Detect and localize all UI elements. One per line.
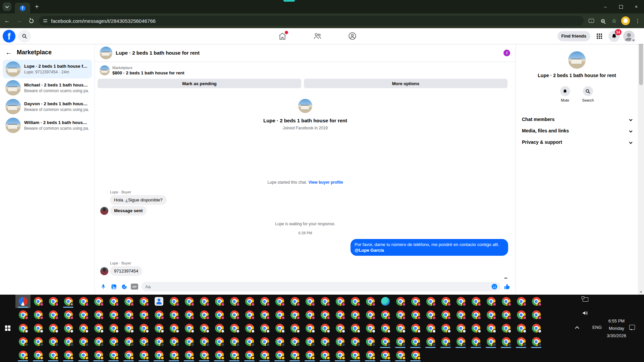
taskbar-app-button[interactable] [287, 348, 302, 362]
taskbar-app-button[interactable] [151, 321, 166, 335]
taskbar-app-button[interactable] [76, 348, 91, 362]
taskbar-app-button[interactable] [393, 335, 408, 348]
taskbar-app-button[interactable] [529, 321, 544, 335]
taskbar-app-button[interactable] [514, 321, 529, 335]
taskbar-app-button[interactable] [197, 348, 212, 362]
taskbar-app-button[interactable] [272, 335, 287, 348]
install-app-button[interactable]: ↓ [587, 16, 596, 25]
voice-clip-button[interactable] [100, 283, 107, 290]
taskbar-app-button[interactable] [15, 295, 31, 308]
taskbar-app-button[interactable] [212, 308, 227, 321]
taskbar-app-button[interactable] [529, 335, 544, 348]
taskbar-app-button[interactable] [302, 335, 317, 348]
taskbar-app-button[interactable] [76, 295, 91, 308]
taskbar-app-button[interactable] [76, 308, 91, 321]
taskbar-app-button[interactable] [197, 335, 212, 348]
taskbar-app-button[interactable] [136, 295, 151, 308]
taskbar-app-button[interactable] [212, 321, 227, 335]
conversation-item-dayvon[interactable]: Dayvon · 2 beds 1 bath house for r... Be… [3, 97, 92, 116]
incoming-message-bubble[interactable]: 9712397454 [110, 266, 142, 276]
taskbar-app-button[interactable] [166, 295, 181, 308]
taskbar-app-button[interactable] [347, 348, 363, 362]
taskbar-app-button[interactable] [483, 308, 498, 321]
account-button[interactable] [623, 31, 635, 42]
taskbar-app-button[interactable] [31, 308, 46, 321]
taskbar-app-button[interactable] [453, 321, 468, 335]
taskbar-app-button[interactable] [302, 348, 317, 362]
tray-clock[interactable]: 6:55 PM Monday 3/30/2026 [601, 317, 632, 340]
minimize-button[interactable]: – [598, 0, 613, 13]
taskbar-app-button[interactable] [317, 335, 332, 348]
taskbar-app-button[interactable] [212, 295, 227, 308]
more-options-button[interactable]: More options [304, 79, 507, 88]
taskbar-app-button[interactable] [302, 321, 317, 335]
taskbar-app-button[interactable] [468, 335, 483, 348]
taskbar-app-button[interactable] [136, 321, 151, 335]
taskbar-app-button[interactable] [91, 321, 106, 335]
search-in-conversation-button[interactable]: Search [582, 86, 594, 102]
taskbar-app-button[interactable] [242, 348, 257, 362]
taskbar-app-button[interactable] [317, 295, 332, 308]
taskbar-app-button[interactable] [151, 335, 166, 348]
taskbar-app-button[interactable] [121, 308, 136, 321]
taskbar-app-button[interactable] [197, 295, 212, 308]
taskbar-app-button[interactable] [31, 295, 46, 308]
taskbar-app-button[interactable] [181, 335, 197, 348]
tab-search-button[interactable] [3, 2, 11, 11]
taskbar-app-button[interactable] [438, 308, 453, 321]
reload-button[interactable] [26, 16, 36, 26]
taskbar-app-button[interactable] [468, 321, 483, 335]
taskbar-app-button[interactable] [166, 348, 181, 362]
taskbar-app-button[interactable] [31, 321, 46, 335]
start-button[interactable] [3, 324, 12, 333]
taskbar-app-button[interactable] [242, 321, 257, 335]
taskbar-app-button[interactable] [529, 295, 544, 308]
taskbar-app-button[interactable] [302, 308, 317, 321]
taskbar-app-button[interactable] [106, 335, 121, 348]
taskbar-app-button[interactable] [378, 308, 393, 321]
address-bar[interactable]: facebook.com/messages/t/2843053256046766 [39, 16, 584, 26]
taskbar-app-button[interactable] [15, 308, 31, 321]
taskbar-app-button[interactable] [453, 308, 468, 321]
section-media-files-links[interactable]: Media, files and links [516, 125, 638, 136]
sticker-button[interactable] [120, 283, 128, 290]
taskbar-app-button[interactable] [378, 348, 393, 362]
taskbar-app-button[interactable] [46, 335, 61, 348]
taskbar-app-button[interactable] [438, 335, 453, 348]
taskbar-app-button[interactable] [181, 308, 197, 321]
taskbar-app-button[interactable] [378, 295, 393, 308]
emoji-button[interactable] [491, 283, 498, 290]
tray-action-center-button[interactable] [629, 325, 635, 330]
taskbar-app-button[interactable] [483, 335, 498, 348]
taskbar-app-button[interactable] [272, 308, 287, 321]
taskbar-app-button[interactable] [378, 335, 393, 348]
taskbar-app-button[interactable] [181, 295, 197, 308]
taskbar-app-button[interactable] [181, 321, 197, 335]
taskbar-app-button[interactable] [423, 295, 438, 308]
maximize-button[interactable] [613, 0, 629, 13]
message-input[interactable] [141, 282, 500, 291]
outgoing-message-bubble[interactable]: Por favor, dame tu número de teléfono, m… [351, 239, 508, 256]
taskbar-app-button[interactable] [136, 335, 151, 348]
taskbar-app-button[interactable] [227, 321, 242, 335]
taskbar-app-button[interactable] [46, 348, 61, 362]
conversation-item-michael[interactable]: Michael · 2 beds 1 bath house for r... B… [3, 78, 92, 97]
taskbar-app-button[interactable] [106, 308, 121, 321]
taskbar-app-button[interactable] [514, 295, 529, 308]
taskbar-app-button[interactable] [106, 348, 121, 362]
browser-tab[interactable]: f [15, 3, 30, 13]
taskbar-app-button[interactable] [498, 321, 514, 335]
taskbar-app-button[interactable] [423, 308, 438, 321]
taskbar-app-button[interactable] [166, 335, 181, 348]
chat-title[interactable]: Lupe · 2 beds 1 bath house for rent [116, 50, 200, 56]
taskbar-app-button[interactable] [393, 321, 408, 335]
taskbar-app-button[interactable] [227, 348, 242, 362]
chat-header-avatar[interactable] [100, 47, 112, 59]
taskbar-app-button[interactable] [453, 335, 468, 348]
taskbar-app-button[interactable] [46, 308, 61, 321]
taskbar-app-button[interactable] [242, 335, 257, 348]
taskbar-app-button[interactable] [498, 308, 514, 321]
page-scrollbar[interactable]: ▲ ▼ [638, 28, 644, 295]
taskbar-app-button[interactable] [227, 335, 242, 348]
taskbar-app-button[interactable] [151, 295, 166, 308]
